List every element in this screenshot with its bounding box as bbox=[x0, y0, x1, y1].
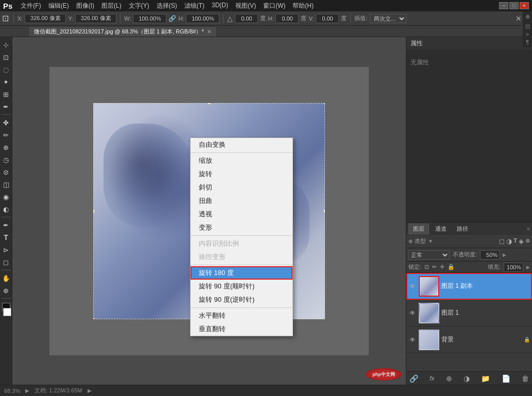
transform-handle-ml[interactable] bbox=[93, 209, 95, 213]
ctx-rotate-90-ccw[interactable]: 旋转 90 度(逆时针) bbox=[191, 293, 293, 306]
ctx-rotate-90-cw[interactable]: 旋转 90 度(顺时针) bbox=[191, 280, 293, 293]
menu-filter[interactable]: 滤镜(T) bbox=[181, 1, 208, 11]
lock-position-button[interactable]: ✛ bbox=[440, 264, 444, 270]
layer-item-1[interactable]: 👁 图层 1 bbox=[406, 300, 532, 326]
transform-handle-br[interactable] bbox=[323, 318, 325, 319]
fill-arrow[interactable]: ▶ bbox=[526, 265, 530, 270]
layers-delete-button[interactable]: 🗑 bbox=[522, 374, 529, 383]
layers-new-button[interactable]: 📄 bbox=[502, 374, 510, 383]
lasso-tool[interactable]: ◌ bbox=[1, 64, 12, 75]
filter-icon-pixel[interactable]: ◻ bbox=[499, 237, 505, 245]
menu-file[interactable]: 文件(F) bbox=[18, 1, 44, 11]
path-select-tool[interactable]: ⊳ bbox=[1, 244, 12, 255]
menu-image[interactable]: 图像(I) bbox=[73, 1, 97, 11]
blend-mode-select[interactable]: 正常 bbox=[408, 250, 450, 260]
layers-tab-layers[interactable]: 图层 bbox=[408, 223, 429, 234]
zoom-tool[interactable]: ⊕ bbox=[1, 285, 12, 296]
transform-handle-tr[interactable] bbox=[323, 103, 325, 105]
layers-group-button[interactable]: 📁 bbox=[481, 374, 490, 383]
layers-link-button[interactable]: 🔗 bbox=[409, 374, 418, 383]
filter-icon-smartobj[interactable]: ⊗ bbox=[525, 237, 530, 245]
transform-handle-tl[interactable] bbox=[93, 103, 95, 105]
ctx-free-transform[interactable]: 自由变换 bbox=[191, 138, 293, 151]
cancel-transform-button[interactable]: ✕ bbox=[516, 14, 522, 23]
opacity-input[interactable] bbox=[480, 250, 500, 260]
transform-handle-bl[interactable] bbox=[93, 318, 95, 319]
gradient-tool[interactable]: ◫ bbox=[1, 179, 12, 190]
lock-transparency-button[interactable]: ⊡ bbox=[424, 264, 429, 270]
ctx-flip-horizontal[interactable]: 水平翻转 bbox=[191, 309, 293, 322]
background-color-swatch[interactable] bbox=[3, 308, 11, 316]
eyedropper-tool[interactable]: ✒ bbox=[1, 101, 12, 112]
fill-input[interactable] bbox=[504, 263, 523, 272]
layer-item-2[interactable]: 👁 背景 🔒 bbox=[406, 326, 532, 353]
w-input[interactable] bbox=[133, 14, 166, 23]
filter-icon-shape[interactable]: ◈ bbox=[519, 237, 524, 245]
interpolation-select[interactable]: 两次立... bbox=[370, 14, 406, 23]
ctx-warp[interactable]: 变形 bbox=[191, 221, 293, 234]
menu-view[interactable]: 视图(V) bbox=[232, 1, 259, 11]
filter-dropdown-icon[interactable]: ▼ bbox=[428, 238, 433, 244]
pen-tool[interactable]: ✒ bbox=[1, 219, 12, 231]
layer-visibility-2[interactable]: 👁 bbox=[408, 336, 417, 344]
tab-close-button[interactable]: ✕ bbox=[207, 29, 211, 35]
menu-text[interactable]: 文字(Y) bbox=[126, 1, 152, 11]
crop-tool[interactable]: ⊞ bbox=[1, 89, 12, 100]
zoom-arrow[interactable]: ▶ bbox=[25, 388, 29, 393]
ctx-distort[interactable]: 扭曲 bbox=[191, 194, 293, 208]
lock-pixels-button[interactable]: ✏ bbox=[432, 264, 437, 270]
properties-icon-1[interactable]: ⊕ bbox=[525, 13, 530, 20]
text-tool[interactable]: T bbox=[1, 232, 12, 243]
v-input[interactable] bbox=[316, 14, 339, 23]
filter-icon-adjust[interactable]: ◑ bbox=[506, 237, 512, 245]
properties-icon-2[interactable]: ⊡ bbox=[525, 23, 530, 30]
hand-tool[interactable]: ✋ bbox=[1, 272, 12, 284]
menu-edit[interactable]: 编辑(E) bbox=[45, 1, 72, 11]
link-icon[interactable]: 🔗 bbox=[168, 15, 176, 22]
x-input[interactable]: 326.00 像素 bbox=[25, 14, 66, 23]
eraser-tool[interactable]: ⊘ bbox=[1, 166, 12, 178]
menu-window[interactable]: 窗口(W) bbox=[260, 1, 288, 11]
clone-stamp-tool[interactable]: ⊕ bbox=[1, 142, 12, 153]
layers-panel-menu[interactable]: ≡ bbox=[527, 226, 530, 232]
layer-item-0[interactable]: 👁 图层 1 副本 bbox=[406, 273, 532, 300]
ctx-skew[interactable]: 斜切 bbox=[191, 181, 293, 194]
transform-handle-mr[interactable] bbox=[323, 209, 325, 213]
transform-handle-tc[interactable] bbox=[208, 103, 211, 105]
layer-visibility-1[interactable]: 👁 bbox=[408, 309, 417, 317]
y-input[interactable]: 326.00 像素 bbox=[75, 14, 116, 23]
layers-adjustment-button[interactable]: ◑ bbox=[464, 374, 470, 383]
ctx-flip-vertical[interactable]: 垂直翻转 bbox=[191, 322, 293, 336]
brush-tool[interactable]: ✏ bbox=[1, 129, 12, 141]
lock-all-button[interactable]: 🔒 bbox=[448, 264, 455, 270]
close-button[interactable]: ✕ bbox=[520, 2, 529, 9]
menu-help[interactable]: 帮助(H) bbox=[289, 1, 317, 11]
move-tool[interactable]: ⊹ bbox=[1, 39, 12, 50]
minimize-button[interactable]: ─ bbox=[499, 2, 508, 9]
properties-panel-header[interactable]: 属性 ≡ bbox=[406, 37, 532, 49]
layers-effects-button[interactable]: fx bbox=[430, 375, 434, 382]
healing-tool[interactable]: ✤ bbox=[1, 117, 12, 128]
layers-mask-button[interactable]: ⊕ bbox=[446, 374, 452, 383]
doc-info-arrow[interactable]: ▶ bbox=[88, 388, 92, 393]
layers-tab-channels[interactable]: 通道 bbox=[431, 224, 451, 234]
angle-input[interactable] bbox=[235, 14, 258, 23]
active-tab[interactable]: 微信截图_20210823192017.jpg @ 68.3%（图层 1 副本,… bbox=[28, 26, 217, 37]
dodge-tool[interactable]: ◐ bbox=[1, 203, 12, 215]
blur-tool[interactable]: ◉ bbox=[1, 191, 12, 202]
ctx-scale[interactable]: 缩放 bbox=[191, 154, 293, 167]
h-input[interactable] bbox=[186, 14, 219, 23]
layer-visibility-0[interactable]: 👁 bbox=[408, 282, 417, 290]
quick-select-tool[interactable]: ✦ bbox=[1, 76, 12, 88]
opacity-arrow[interactable]: ▶ bbox=[503, 252, 506, 257]
menu-3d[interactable]: 3D(D) bbox=[209, 1, 231, 11]
maximize-button[interactable]: □ bbox=[509, 2, 519, 9]
h2-input[interactable] bbox=[276, 14, 299, 23]
history-brush-tool[interactable]: ◷ bbox=[1, 154, 12, 165]
filter-icon-text[interactable]: T bbox=[513, 237, 517, 245]
ctx-perspective[interactable]: 透视 bbox=[191, 208, 293, 221]
menu-layer[interactable]: 图层(L) bbox=[98, 1, 125, 11]
properties-icon-3[interactable]: A bbox=[525, 33, 530, 36]
menu-select[interactable]: 选择(S) bbox=[153, 1, 180, 11]
shape-tool[interactable]: ◻ bbox=[1, 256, 12, 268]
